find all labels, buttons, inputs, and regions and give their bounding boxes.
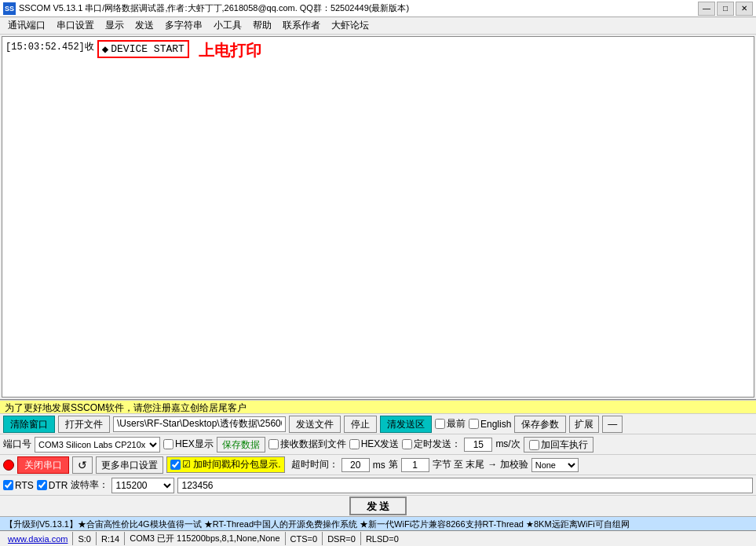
- device-start-box: ◆ DEVICE START: [97, 40, 189, 58]
- status-rlsd: RLSD=0: [361, 532, 404, 545]
- status-s-count: S:0: [73, 532, 97, 545]
- minimize-button[interactable]: —: [698, 2, 715, 16]
- device-start-text: DEVICE START: [111, 43, 184, 55]
- title-bar-title: SSCOM V5.13.1 串口/网络数据调试器,作者:大虾丁丁,2618058…: [19, 2, 409, 14]
- ms-unit: ms/次: [495, 438, 520, 451]
- menu-display[interactable]: 显示: [100, 17, 129, 34]
- save-to-file-checkbox[interactable]: [268, 439, 279, 449]
- toolbar-row2: 端口号 COM3 Silicon Labs CP210x U... HEX显示 …: [0, 434, 756, 455]
- toolbar-row5: 发 送: [0, 496, 756, 516]
- app-icon: SS: [3, 2, 16, 15]
- menu-send[interactable]: 发送: [130, 17, 159, 34]
- timeout-label: 超时时间：: [291, 458, 338, 471]
- open-file-button[interactable]: 打开文件: [58, 416, 110, 433]
- hex-display-label[interactable]: HEX显示: [163, 438, 214, 451]
- menu-multistring[interactable]: 多字符串: [160, 17, 207, 34]
- send-file-button[interactable]: 发送文件: [289, 416, 341, 433]
- status-port-status: COM3 已开 115200bps,8,1,None,None: [125, 532, 285, 545]
- menu-forum[interactable]: 大虾论坛: [327, 17, 374, 34]
- website-link[interactable]: www.daxia.com: [8, 534, 68, 544]
- english-checkbox-label[interactable]: English: [469, 419, 511, 430]
- diamond-icon: ◆: [102, 42, 108, 56]
- status-dsr: DSR=0: [323, 532, 361, 545]
- last-checkbox[interactable]: [435, 419, 445, 429]
- status-bar: www.daxia.com S:0 R:14 COM3 已开 115200bps…: [0, 530, 756, 546]
- toolbar-row4: RTS DTR 波特率： 115200: [0, 475, 756, 496]
- bottom-section: 为了更好地发展SSCOM软件，请您注册嘉立创给居尾客户 清除窗口 打开文件 发送…: [0, 399, 756, 546]
- timestamp-checkbox-area[interactable]: ☑ 加时间戳和分包显示.: [166, 456, 285, 473]
- more-port-button[interactable]: 更多串口设置: [96, 456, 163, 474]
- timestamp: [15:03:52.452]收: [5, 40, 94, 53]
- last-checkbox-label[interactable]: 最前: [435, 417, 466, 431]
- hex-send-label[interactable]: HEX发送: [349, 438, 400, 451]
- status-website[interactable]: www.daxia.com: [3, 532, 73, 545]
- receive-line: [15:03:52.452]收 ◆ DEVICE START 上电打印: [5, 40, 751, 61]
- byte-unit: 字节 至 末尾: [433, 458, 485, 471]
- notification-bar: 为了更好地发展SSCOM软件，请您注册嘉立创给居尾客户: [0, 400, 756, 414]
- menu-comm-port[interactable]: 通讯端口: [3, 17, 50, 34]
- baud-label: 波特率：: [71, 478, 108, 492]
- receive-area: [15:03:52.452]收 ◆ DEVICE START 上电打印: [2, 36, 754, 398]
- menu-contact[interactable]: 联系作者: [278, 17, 325, 34]
- save-to-file-label[interactable]: 接收数据到文件: [268, 438, 346, 451]
- send-button[interactable]: 发 送: [349, 497, 407, 515]
- dtr-label[interactable]: DTR: [37, 480, 68, 491]
- timeout-unit: ms: [373, 460, 385, 471]
- title-bar-left: SS SSCOM V5.13.1 串口/网络数据调试器,作者:大虾丁丁,2618…: [3, 2, 409, 15]
- menu-help[interactable]: 帮助: [248, 17, 276, 34]
- refresh-button[interactable]: ↺: [72, 456, 93, 474]
- carriage-button[interactable]: 加回车执行: [524, 437, 593, 453]
- save-params-button[interactable]: 保存参数: [514, 416, 566, 433]
- file-path-input[interactable]: [113, 416, 286, 432]
- power-print-text: 上电打印: [199, 40, 261, 61]
- menu-serial-settings[interactable]: 串口设置: [52, 17, 99, 34]
- byte-value-input[interactable]: [401, 458, 429, 472]
- stop-button[interactable]: 停止: [344, 416, 377, 433]
- hex-send-checkbox[interactable]: [349, 439, 360, 449]
- byte-label: 第: [389, 458, 398, 471]
- maximize-button[interactable]: □: [717, 2, 734, 16]
- notification-text: 为了更好地发展SSCOM软件，请您注册嘉立创给居尾客户: [5, 402, 247, 413]
- title-bar-controls: — □ ✕: [698, 2, 753, 16]
- status-cts: CTS=0: [286, 532, 323, 545]
- port-select[interactable]: COM3 Silicon Labs CP210x U...: [35, 437, 160, 453]
- verify-select[interactable]: None: [531, 458, 579, 472]
- expand-button[interactable]: 扩展: [569, 416, 599, 433]
- upgrade-text: 【升级到V5.13.1】★合宙高性价比4G模块值得一试 ★RT-Thread中国…: [5, 519, 630, 529]
- status-r-count: R:14: [97, 532, 125, 545]
- port-status-indicator: [3, 460, 14, 471]
- carriage-checkbox[interactable]: [529, 440, 539, 450]
- timed-interval-input[interactable]: [464, 438, 492, 452]
- toolbar-row3: 关闭串口 ↺ 更多串口设置 ☑ 加时间戳和分包显示. 超时时间： ms 第 字节…: [0, 455, 756, 475]
- timed-send-checkbox[interactable]: [402, 439, 412, 449]
- english-checkbox[interactable]: [469, 419, 479, 429]
- minus-button[interactable]: —: [602, 416, 623, 433]
- upgrade-bar: 【升级到V5.13.1】★合宙高性价比4G模块值得一试 ★RT-Thread中国…: [0, 516, 756, 530]
- arrow-verify-label: → 加校验: [488, 458, 528, 471]
- menu-tools[interactable]: 小工具: [209, 17, 247, 34]
- clear-send-button[interactable]: 清发送区: [380, 416, 432, 433]
- timeout-input[interactable]: [341, 458, 370, 472]
- port-label: 端口号: [3, 438, 31, 451]
- close-port-button[interactable]: 关闭串口: [17, 456, 69, 474]
- send-input[interactable]: [177, 478, 753, 493]
- hex-display-checkbox[interactable]: [163, 439, 173, 449]
- timed-send-label[interactable]: 定时发送：: [402, 438, 461, 451]
- baud-select[interactable]: 115200: [111, 478, 174, 493]
- save-data-button[interactable]: 保存数据: [217, 437, 265, 453]
- toolbar-row1: 清除窗口 打开文件 发送文件 停止 清发送区 最前 English 保存参数 扩…: [0, 414, 756, 434]
- rts-checkbox[interactable]: [3, 480, 13, 490]
- title-bar: SS SSCOM V5.13.1 串口/网络数据调试器,作者:大虾丁丁,2618…: [0, 0, 756, 17]
- timestamp-checkbox[interactable]: [170, 460, 181, 470]
- menu-bar: 通讯端口 串口设置 显示 发送 多字符串 小工具 帮助 联系作者 大虾论坛: [0, 17, 756, 35]
- close-button[interactable]: ✕: [736, 2, 753, 16]
- rts-label[interactable]: RTS: [3, 480, 34, 491]
- dtr-checkbox[interactable]: [37, 480, 47, 490]
- clear-window-button[interactable]: 清除窗口: [3, 416, 55, 433]
